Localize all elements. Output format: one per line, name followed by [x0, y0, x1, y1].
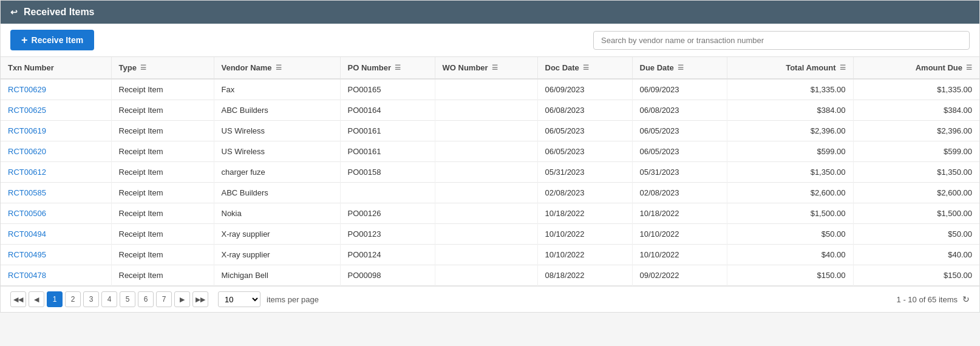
page-5-button[interactable]: 5 [120, 291, 135, 307]
duedate-cell: 06/05/2023 [632, 141, 727, 162]
txn-link[interactable]: RCT00506 [8, 209, 46, 218]
type-cell: Receipt Item [111, 121, 214, 141]
table-row: RCT00495 Receipt Item X-ray supplier PO0… [1, 245, 979, 265]
page-3-button[interactable]: 3 [83, 291, 99, 307]
first-page-button[interactable]: ◀◀ [10, 291, 26, 307]
duedate-cell: 05/31/2023 [632, 162, 727, 183]
txn-cell: RCT00629 [1, 79, 111, 100]
txn-link[interactable]: RCT00495 [8, 250, 46, 259]
txn-link[interactable]: RCT00478 [8, 271, 46, 280]
docdate-cell: 10/10/2022 [537, 245, 632, 265]
page-2-button[interactable]: 2 [65, 291, 81, 307]
wo-cell [435, 224, 537, 245]
docdate-cell: 05/31/2023 [537, 162, 632, 183]
total-cell: $2,396.00 [727, 121, 853, 141]
pagination-bar: ◀◀ ◀ 1 2 3 4 5 6 7 ▶ ▶▶ 10 20 50 100 ite… [1, 286, 979, 312]
po-cell: PO00164 [340, 100, 435, 121]
col-po-label: PO Number [348, 63, 392, 72]
vendor-cell: Fax [214, 79, 340, 100]
txn-link[interactable]: RCT00619 [8, 126, 46, 135]
pagination-controls: ◀◀ ◀ 1 2 3 4 5 6 7 ▶ ▶▶ 10 20 50 100 ite… [10, 291, 319, 307]
po-cell [340, 183, 435, 203]
per-page-label: items per page [267, 295, 319, 304]
docdate-cell: 06/05/2023 [537, 141, 632, 162]
po-cell: PO00158 [340, 162, 435, 183]
col-txn-label: Txn Number [8, 63, 54, 72]
table-row: RCT00478 Receipt Item Michigan Bell PO00… [1, 265, 979, 286]
prev-page-button[interactable]: ◀ [29, 291, 44, 307]
amount-cell: $384.00 [853, 100, 979, 121]
txn-cell: RCT00625 [1, 100, 111, 121]
type-cell: Receipt Item [111, 245, 214, 265]
duedate-cell: 10/10/2022 [632, 224, 727, 245]
txn-link[interactable]: RCT00629 [8, 85, 46, 94]
table-row: RCT00619 Receipt Item US Wireless PO0016… [1, 121, 979, 141]
col-header-po: PO Number ☰ [340, 57, 435, 79]
txn-link[interactable]: RCT00625 [8, 106, 46, 115]
col-duedate-label: Due Date [640, 63, 674, 72]
txn-cell: RCT00585 [1, 183, 111, 203]
search-input[interactable] [593, 31, 970, 50]
amount-cell: $50.00 [853, 224, 979, 245]
amount-cell: $1,350.00 [853, 162, 979, 183]
toolbar: + Receive Item [1, 24, 979, 57]
txn-link[interactable]: RCT00494 [8, 229, 46, 239]
table-row: RCT00585 Receipt Item ABC Builders 02/08… [1, 183, 979, 203]
wo-filter-icon[interactable]: ☰ [492, 64, 498, 72]
txn-cell: RCT00495 [1, 245, 111, 265]
page-wrapper: ↩ Received Items + Receive Item Txn Numb… [0, 0, 980, 313]
vendor-cell: charger fuze [214, 162, 340, 183]
page-1-button[interactable]: 1 [47, 291, 63, 307]
docdate-filter-icon[interactable]: ☰ [583, 64, 589, 72]
page-7-button[interactable]: 7 [156, 291, 172, 307]
type-cell: Receipt Item [111, 162, 214, 183]
wo-cell [435, 141, 537, 162]
vendor-filter-icon[interactable]: ☰ [276, 64, 282, 72]
po-filter-icon[interactable]: ☰ [395, 64, 401, 72]
type-cell: Receipt Item [111, 224, 214, 245]
table-row: RCT00494 Receipt Item X-ray supplier PO0… [1, 224, 979, 245]
col-header-duedate: Due Date ☰ [632, 57, 727, 79]
po-cell: PO00123 [340, 224, 435, 245]
txn-cell: RCT00620 [1, 141, 111, 162]
col-header-txn: Txn Number [1, 57, 111, 79]
txn-link[interactable]: RCT00620 [8, 147, 46, 156]
table-row: RCT00612 Receipt Item charger fuze PO001… [1, 162, 979, 183]
amount-filter-icon[interactable]: ☰ [966, 64, 972, 72]
back-icon[interactable]: ↩ [10, 7, 18, 17]
page-title: Received Items [24, 7, 95, 18]
type-cell: Receipt Item [111, 203, 214, 224]
last-page-button[interactable]: ▶▶ [192, 291, 208, 307]
next-page-button[interactable]: ▶ [174, 291, 190, 307]
per-page-select[interactable]: 10 20 50 100 [218, 291, 260, 307]
txn-link[interactable]: RCT00585 [8, 188, 46, 197]
duedate-cell: 06/08/2023 [632, 100, 727, 121]
txn-cell: RCT00612 [1, 162, 111, 183]
txn-cell: RCT00506 [1, 203, 111, 224]
docdate-cell: 08/18/2022 [537, 265, 632, 286]
vendor-cell: US Wireless [214, 121, 340, 141]
refresh-icon[interactable]: ↻ [962, 294, 970, 304]
total-filter-icon[interactable]: ☰ [840, 64, 846, 72]
po-cell: PO00165 [340, 79, 435, 100]
receive-item-button[interactable]: + Receive Item [10, 30, 94, 50]
col-wo-label: WO Number [443, 63, 488, 72]
amount-cell: $150.00 [853, 265, 979, 286]
vendor-cell: US Wireless [214, 141, 340, 162]
amount-cell: $599.00 [853, 141, 979, 162]
txn-cell: RCT00478 [1, 265, 111, 286]
table-body: RCT00629 Receipt Item Fax PO00165 06/09/… [1, 79, 979, 286]
duedate-cell: 06/05/2023 [632, 121, 727, 141]
col-header-type: Type ☰ [111, 57, 214, 79]
page-6-button[interactable]: 6 [138, 291, 154, 307]
vendor-cell: ABC Builders [214, 183, 340, 203]
duedate-filter-icon[interactable]: ☰ [678, 64, 684, 72]
po-cell: PO00161 [340, 121, 435, 141]
type-filter-icon[interactable]: ☰ [140, 64, 146, 72]
amount-cell: $2,600.00 [853, 183, 979, 203]
total-cell: $1,500.00 [727, 203, 853, 224]
txn-link[interactable]: RCT00612 [8, 168, 46, 177]
page-4-button[interactable]: 4 [101, 291, 117, 307]
col-header-amount: Amount Due ☰ [853, 57, 979, 79]
col-type-label: Type [119, 63, 137, 72]
